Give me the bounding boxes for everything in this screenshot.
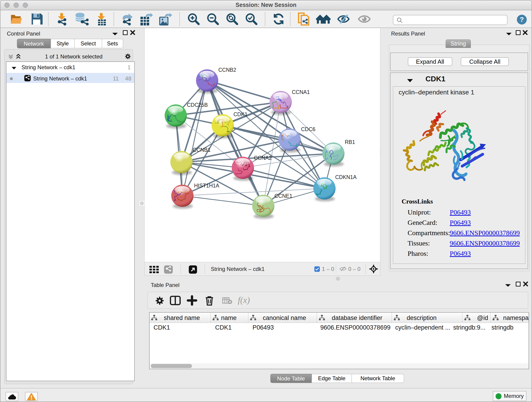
svg-text:CCNB1: CCNB1 [193, 147, 210, 153]
svg-text:CDKN1A: CDKN1A [335, 174, 357, 180]
svg-text:HIST1H1A: HIST1H1A [194, 183, 220, 189]
svg-text:CDC6: CDC6 [301, 126, 316, 132]
svg-text:CCNA1: CCNA1 [292, 89, 310, 95]
svg-text:CCNB2: CCNB2 [218, 67, 236, 73]
svg-text:CDC25B: CDC25B [187, 102, 208, 108]
svg-text:RB1: RB1 [345, 139, 355, 145]
svg-text:CCNE1: CCNE1 [274, 193, 292, 199]
svg-text:CCNA2: CCNA2 [254, 155, 272, 161]
svg-text:CDK1: CDK1 [234, 111, 247, 117]
